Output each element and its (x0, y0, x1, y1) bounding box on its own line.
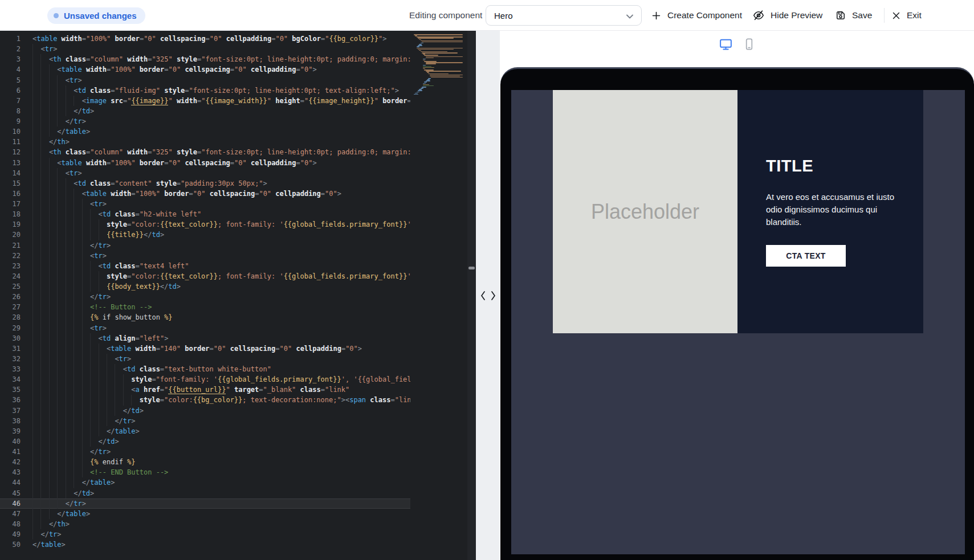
code-line[interactable]: 26</tr> (0, 292, 467, 302)
code-line[interactable]: 43<!-- END Button --> (0, 467, 467, 477)
line-content: <tr> (32, 354, 410, 364)
line-number: 44 (0, 477, 21, 488)
collapse-editor-button[interactable] (480, 291, 486, 301)
minimap[interactable] (410, 31, 467, 560)
desktop-preview-button[interactable] (719, 37, 733, 52)
code-line[interactable]: 5<tr> (0, 75, 467, 85)
code-line[interactable]: 33<td class="text-button white-button" (0, 364, 467, 374)
code-line[interactable]: 18<td class="h2-white left" (0, 209, 467, 219)
code-line[interactable]: 50</table> (0, 539, 467, 550)
line-content: <td class="text4 left" (32, 261, 410, 271)
line-content: <tr> (32, 75, 410, 85)
code-line[interactable]: 32<tr> (0, 354, 467, 364)
code-line[interactable]: 19style="color:{{text_color}}; font-fami… (0, 219, 467, 230)
line-content: style="color:{{text_color}}; font-family… (32, 271, 410, 281)
code-line[interactable]: 30<td align="left"> (0, 333, 467, 344)
code-line[interactable]: 10</table> (0, 126, 467, 137)
line-content: <th class="column" width="325" style="fo… (32, 54, 410, 64)
code-line[interactable]: 46</tr> (0, 498, 467, 509)
close-icon (891, 11, 901, 21)
code-editor[interactable]: 1<table width="100%" border="0" cellspac… (0, 31, 476, 560)
code-line[interactable]: 12<th class="column" width="325" style="… (0, 147, 467, 157)
minimap-line (418, 49, 454, 50)
code-line[interactable]: 44</table> (0, 477, 467, 488)
code-line[interactable]: 4<table width="100%" border="0" cellspac… (0, 64, 467, 75)
component-select-value: Hero (494, 11, 513, 21)
code-line[interactable]: 45</td> (0, 488, 467, 498)
code-line[interactable]: 14<tr> (0, 168, 467, 178)
code-line[interactable]: 23<td class="text4 left" (0, 261, 467, 271)
exit-button[interactable]: Exit (891, 0, 922, 31)
line-content: </td> (32, 488, 410, 498)
create-component-button[interactable]: Create Component (651, 0, 742, 31)
line-number: 23 (0, 261, 21, 271)
line-number: 31 (0, 344, 21, 354)
email-hero-preview: Placeholder TITLE At vero eos et accusam… (553, 90, 923, 333)
code-line[interactable]: 17<tr> (0, 199, 467, 209)
line-number: 1 (0, 34, 21, 44)
code-line[interactable]: 3<th class="column" width="325" style="f… (0, 54, 467, 64)
line-number: 41 (0, 447, 21, 457)
line-content: {% endif %} (32, 457, 410, 467)
save-icon (835, 10, 846, 21)
code-line[interactable]: 48</th> (0, 519, 467, 529)
line-number: 6 (0, 85, 21, 96)
minimap-line (428, 73, 449, 75)
code-line[interactable]: 49</tr> (0, 529, 467, 539)
code-line[interactable]: 15<td class="content" style="padding:30p… (0, 178, 467, 189)
device-screen: Placeholder TITLE At vero eos et accusam… (511, 90, 965, 554)
expand-editor-button[interactable] (490, 291, 496, 301)
code-line[interactable]: 7<image src="{{image}}" width="{{image_w… (0, 96, 467, 106)
line-number: 29 (0, 323, 21, 333)
code-line[interactable]: 28{% if show_button %} (0, 312, 467, 322)
line-content: </th> (32, 519, 410, 529)
code-line[interactable]: 31<table width="140" border="0" cellspac… (0, 344, 467, 354)
code-line[interactable]: 35<a href="{{button_url}}" target="_blan… (0, 385, 467, 395)
code-line[interactable]: 9</tr> (0, 116, 467, 126)
editor-scrollbar[interactable] (467, 31, 476, 560)
line-content: </table> (32, 126, 410, 137)
line-content: <table width="100%" border="0" cellspaci… (32, 64, 410, 75)
minimap-line (427, 72, 429, 73)
code-line[interactable]: 2<tr> (0, 44, 467, 54)
line-content: {% if show_button %} (32, 312, 410, 322)
code-line[interactable]: 29<tr> (0, 323, 467, 333)
code-line[interactable]: 34style="font-family: '{{global_fields.p… (0, 374, 467, 385)
code-line[interactable]: 13<table width="100%" border="0" cellspa… (0, 158, 467, 168)
minimap-line (424, 55, 438, 56)
code-line[interactable]: 1<table width="100%" border="0" cellspac… (0, 34, 467, 44)
hide-preview-button[interactable]: Hide Preview (752, 0, 822, 31)
line-number: 5 (0, 75, 21, 85)
editor-scrollbar-thumb[interactable] (468, 267, 475, 269)
editing-component-label: Editing component (409, 0, 482, 31)
save-button[interactable]: Save (835, 0, 872, 31)
code-line[interactable]: 6<td class="fluid-img" style="font-size:… (0, 85, 467, 96)
minimap-line (418, 38, 454, 39)
code-line[interactable]: 39</table> (0, 426, 467, 436)
code-line[interactable]: 21</tr> (0, 240, 467, 251)
code-line[interactable]: 40</td> (0, 436, 467, 447)
code-line[interactable]: 25{{body_text}}</td> (0, 281, 467, 292)
minimap-line (417, 46, 419, 47)
code-line[interactable]: 11</th> (0, 137, 467, 147)
code-line[interactable]: 37</td> (0, 406, 467, 416)
code-line[interactable]: 22<tr> (0, 251, 467, 261)
preview-pane: Placeholder TITLE At vero eos et accusam… (500, 31, 974, 560)
mobile-preview-button[interactable] (743, 37, 756, 52)
code-line[interactable]: 42{% endif %} (0, 457, 467, 467)
code-line[interactable]: 41</tr> (0, 447, 467, 457)
line-content: </tr> (32, 292, 410, 302)
component-select[interactable]: Hero (486, 5, 642, 26)
code-line[interactable]: 27<!-- Button --> (0, 302, 467, 312)
code-line[interactable]: 24style="color:{{text_color}}; font-fami… (0, 271, 467, 281)
code-line[interactable]: 8</td> (0, 106, 467, 116)
code-line[interactable]: 16<table width="100%" border="0" cellspa… (0, 189, 467, 199)
code-line[interactable]: 38</tr> (0, 416, 467, 426)
code-line[interactable]: 20{{title}}</td> (0, 230, 467, 240)
cta-button[interactable]: CTA TEXT (766, 245, 846, 267)
minimap-line (426, 63, 436, 64)
code-line[interactable]: 47</table> (0, 509, 467, 519)
code-line[interactable]: 36style="color:{{bg_color}}; text-decora… (0, 395, 467, 405)
line-content: <td class="content" style="padding:30px … (32, 178, 410, 189)
line-number: 24 (0, 271, 21, 281)
